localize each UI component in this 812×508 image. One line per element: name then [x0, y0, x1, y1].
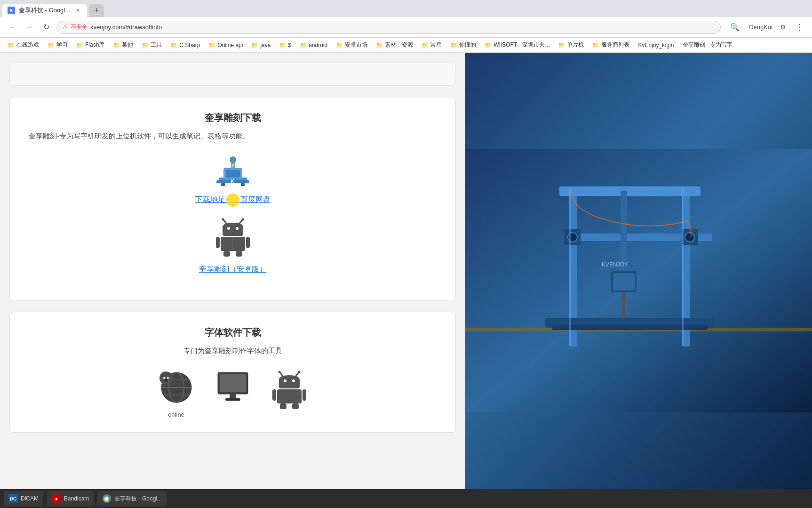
- svg-rect-17: [216, 237, 220, 248]
- back-button[interactable]: ←: [6, 21, 19, 34]
- bookmark-label: C Sharp: [179, 42, 200, 48]
- android-download-link[interactable]: 奎享雕刻（安卓版）: [199, 265, 267, 274]
- reload-button[interactable]: ↻: [40, 21, 53, 34]
- kv-logo-icon: K: [214, 154, 252, 189]
- bookmark-label: WIISOFT---深圳市去...: [494, 41, 549, 49]
- font-download-card: 字体软件下载 专门为奎享雕刻制作字体的工具: [9, 312, 456, 433]
- folder-icon: 📁: [485, 42, 492, 48]
- bookmark-mcu[interactable]: 📁 单片机: [554, 40, 588, 50]
- svg-rect-58: [621, 292, 626, 321]
- bookmark-label: 工具: [151, 41, 162, 49]
- svg-rect-35: [220, 374, 246, 392]
- url-display: kvenjoy.com/#drawsoftinfo: [90, 24, 162, 31]
- bookmark-online-api[interactable]: 📁 Online api: [205, 41, 247, 49]
- svg-text:K: K: [231, 178, 234, 184]
- svg-point-43: [292, 379, 295, 382]
- folder-icon: 📁: [558, 42, 565, 48]
- bookmark-label: 你懂的: [459, 41, 476, 49]
- svg-rect-18: [246, 237, 250, 248]
- svg-point-31: [163, 377, 165, 379]
- svg-rect-36: [230, 394, 236, 399]
- main-download-card: 奎享雕刻下载 奎享雕刻-专为写字机研发的上位机软件，可以生成笔记、表格等功能。: [9, 97, 456, 300]
- folder-icon: 📁: [142, 42, 149, 48]
- baidu-download-link[interactable]: 下载地址一：百度网盘: [195, 195, 271, 203]
- address-bar-row: ← → ↻ ⚠ 不安全 kvenjoy.com/#drawsoftinfo 🔍 …: [0, 17, 812, 38]
- bookmark-android[interactable]: 📁 android: [296, 41, 331, 49]
- search-icon[interactable]: 🔍: [728, 21, 741, 34]
- bookmark-csharp[interactable]: 📁 C Sharp: [167, 41, 204, 49]
- font-icons-row: online: [29, 369, 437, 418]
- svg-rect-45: [272, 389, 276, 401]
- bookmark-kvenjoy-login[interactable]: KvEnjoy_login: [634, 41, 677, 49]
- svg-text:KVENJOY: KVENJOY: [602, 261, 628, 268]
- bookmark-tools[interactable]: 📁 工具: [138, 40, 166, 50]
- tab-favicon: K: [8, 7, 15, 14]
- address-bar[interactable]: ⚠ 不安全 kvenjoy.com/#drawsoftinfo: [56, 21, 721, 34]
- bookmark-flash[interactable]: 📁 Flash库: [72, 40, 108, 50]
- taskbar-bandicam[interactable]: ● Bandicam: [47, 491, 94, 506]
- svg-point-15: [236, 227, 239, 230]
- taskbar: DC DiCAM ● Bandicam 奎享科技 - Googl...: [0, 489, 812, 508]
- pc-download-section: K 下载地址一：百度网盘: [29, 154, 437, 205]
- svg-rect-46: [303, 389, 306, 401]
- bookmark-label: 奎享雕刻 - 专为写字: [683, 41, 733, 49]
- svg-rect-19: [223, 251, 230, 257]
- svg-rect-3: [226, 170, 240, 177]
- svg-rect-48: [292, 403, 299, 409]
- folder-icon: 📁: [8, 42, 15, 48]
- forward-button[interactable]: →: [23, 21, 36, 34]
- dicam-icon: DC: [8, 494, 18, 503]
- browser-window: K 奎享科技 - Googl... ✕ + ← → ↻ ⚠ 不安全 kvenjo…: [0, 0, 812, 508]
- extensions-button[interactable]: ⚙: [776, 21, 789, 34]
- bookmark-appstore[interactable]: 📁 安卓市场: [332, 40, 371, 50]
- svg-point-71: [105, 497, 109, 500]
- menu-button[interactable]: ⋮: [793, 21, 806, 34]
- dicam-label: DiCAM: [21, 495, 39, 502]
- security-icon: ⚠: [63, 24, 68, 31]
- bookmark-wiisoft[interactable]: 📁 WIISOFT---深圳市去...: [481, 40, 553, 50]
- bookmark-other[interactable]: 📁 某他: [109, 40, 137, 50]
- bookmarks-bar: 📁 在线游戏 📁 学习 📁 Flash库 📁 某他 📁 工具 📁 C Sharp…: [0, 38, 812, 53]
- bookmark-在线游戏[interactable]: 📁 在线游戏: [4, 40, 43, 50]
- svg-point-5: [230, 157, 236, 162]
- folder-icon: 📁: [450, 42, 457, 48]
- top-partial-card: [9, 62, 456, 86]
- folder-icon: 📁: [208, 42, 215, 48]
- bookmark-label: 单片机: [567, 41, 584, 49]
- bookmark-label: 常用: [430, 41, 442, 49]
- svg-point-14: [227, 227, 230, 230]
- tab-close-button[interactable]: ✕: [74, 7, 81, 14]
- folder-icon: 📁: [170, 42, 177, 48]
- bookmark-kvenjoy-engrave[interactable]: 奎享雕刻 - 专为写字: [679, 40, 737, 50]
- folder-icon: 📁: [422, 42, 429, 48]
- folder-icon: 📁: [300, 42, 307, 48]
- bookmark-dollar[interactable]: 📁 $: [275, 41, 295, 49]
- side-video-panel: KVENJOY: [465, 53, 812, 508]
- bookmark-common[interactable]: 📁 常用: [418, 40, 446, 50]
- bookmark-nizdq[interactable]: 📁 你懂的: [446, 40, 480, 50]
- bookmark-学习[interactable]: 📁 学习: [44, 40, 72, 50]
- android-download-section: 奎享雕刻（安卓版）: [29, 216, 437, 274]
- active-tab[interactable]: K 奎享科技 - Googl... ✕: [2, 4, 87, 17]
- bookmark-label: android: [309, 42, 327, 48]
- bookmark-label: Online api: [217, 42, 243, 48]
- svg-point-12: [222, 218, 224, 221]
- svg-point-32: [167, 377, 169, 379]
- folder-icon: 📁: [592, 42, 599, 48]
- folder-icon: 📁: [251, 42, 258, 48]
- pc-font-item: [214, 369, 252, 418]
- bookmark-label: java: [260, 42, 271, 48]
- taskbar-dicam[interactable]: DC DiCAM: [4, 491, 43, 506]
- bookmark-java[interactable]: 📁 java: [247, 41, 274, 49]
- svg-rect-8: [221, 183, 225, 186]
- browser-user: DengKui: [749, 24, 772, 31]
- folder-icon: 📁: [48, 42, 55, 48]
- bookmark-label: 安卓市场: [345, 41, 367, 49]
- new-tab-button[interactable]: +: [89, 4, 104, 17]
- bookmark-label: 在线游戏: [16, 41, 39, 49]
- bookmark-assets[interactable]: 📁 素材，资源: [372, 40, 417, 50]
- bookmark-service[interactable]: 📁 服务商列表: [589, 40, 633, 50]
- bookmark-label: 素材，资源: [385, 41, 413, 49]
- bandicam-label: Bandicam: [64, 495, 89, 502]
- taskbar-chrome[interactable]: 奎享科技 - Googl...: [97, 491, 167, 506]
